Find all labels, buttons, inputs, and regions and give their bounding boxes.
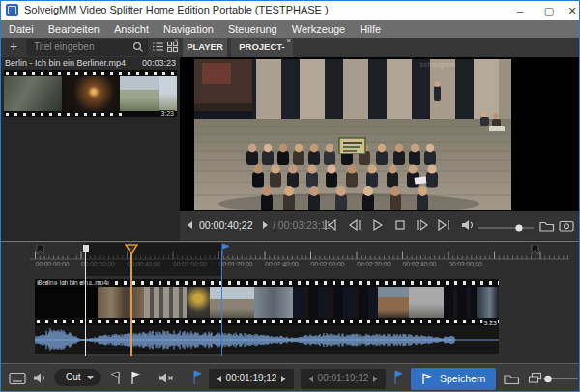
section-divider: [1, 241, 579, 242]
strip-frame: [409, 287, 444, 318]
trim-start-marker[interactable]: [36, 245, 45, 255]
zoom-windows-icon[interactable]: [528, 372, 542, 384]
selection-start-handle[interactable]: [82, 245, 90, 253]
search-input[interactable]: [32, 40, 129, 54]
total-time-label: / 00:03:23;11: [273, 219, 332, 231]
step-back-icon[interactable]: [348, 219, 362, 231]
ruler-label: 00:02:20;00: [357, 261, 391, 267]
app-window: SolveigMM Video Splitter Home Edition Po…: [0, 0, 580, 392]
thumb-frame: [120, 76, 159, 111]
list-view-icon[interactable]: [152, 41, 164, 53]
selection-shade: [85, 243, 221, 276]
tab-project[interactable]: PROJECT-1.SSP ×: [231, 38, 293, 57]
save-button[interactable]: Speichern: [411, 368, 496, 390]
speaker-muted-icon[interactable]: [159, 372, 174, 384]
player-control-bar: 00:00:40;22 / 00:03:23;11: [180, 211, 580, 240]
folder-icon[interactable]: [539, 219, 555, 232]
thumb-frame: [159, 76, 177, 111]
app-logo-icon: [6, 4, 18, 16]
speaker-icon[interactable]: [461, 219, 476, 231]
audio-waveform[interactable]: [35, 325, 499, 354]
next-arrow-icon[interactable]: [372, 376, 378, 382]
ruler-label: 00:02:00;00: [311, 261, 345, 267]
library-filmstrip-thumbnail[interactable]: 3:23: [4, 70, 177, 117]
columns: [252, 59, 511, 121]
selection-end-flag[interactable]: [221, 243, 231, 256]
video-frame-image: [194, 59, 511, 210]
step-forward-icon[interactable]: [416, 219, 429, 231]
trim-end-marker[interactable]: [531, 245, 540, 255]
sign: [339, 138, 365, 154]
stop-icon[interactable]: [394, 219, 406, 231]
video-preview[interactable]: solveigmm: [180, 57, 580, 211]
set-left-marker-icon[interactable]: [109, 371, 121, 385]
menu-bearbeiten[interactable]: Bearbeiten: [48, 23, 100, 35]
mode-dropdown-value: Cut: [66, 372, 81, 382]
thumb-frame: [4, 76, 62, 111]
jump-end-icon[interactable]: [437, 219, 450, 231]
strip-frame: [144, 287, 187, 318]
play-icon[interactable]: [372, 219, 384, 231]
add-file-button[interactable]: +: [5, 38, 22, 57]
next-arrow-icon[interactable]: [280, 376, 286, 382]
save-button-label: Speichern: [440, 373, 485, 384]
clip-label: Berlin - Ich bin ein....mp4: [36, 279, 109, 286]
watermark-text: solveigmm: [420, 61, 456, 68]
ruler-label: 00:01:40;00: [265, 261, 299, 267]
snapshot-icon[interactable]: [559, 219, 574, 232]
strip-frame: [187, 287, 210, 318]
timeline-zoom-slider[interactable]: [543, 375, 578, 383]
strip-frame: [98, 287, 144, 318]
panel-close-icon[interactable]: ×: [174, 36, 179, 44]
ruler-label: 00:02:40;00: [403, 261, 437, 267]
menu-navigation[interactable]: Navigation: [163, 23, 214, 35]
chevron-down-icon: [87, 376, 94, 380]
library-file-row[interactable]: Berlin - Ich bin ein Berliner.mp4 00:03:…: [1, 57, 180, 70]
maximize-icon[interactable]: ▢: [538, 1, 560, 20]
menu-ansicht[interactable]: Ansicht: [114, 23, 149, 35]
timeline-section[interactable]: 00:00:00;0000:00:20;0000:00:40;0000:01:0…: [1, 243, 580, 363]
menu-steuerung[interactable]: Steuerung: [228, 23, 277, 35]
timeline-filmstrip[interactable]: Berlin - Ich bin ein....mp4 3:23: [35, 279, 499, 325]
current-time-field[interactable]: 00:00:40;22: [199, 219, 252, 231]
output-folder-icon[interactable]: [504, 372, 520, 385]
bottom-control-bar: Cut 00:01:19;12 00:01:19;12: [1, 363, 580, 392]
close-icon[interactable]: ✕: [562, 1, 580, 20]
tab-close-icon[interactable]: ×: [286, 37, 291, 44]
monitor-icon[interactable]: [9, 372, 27, 385]
next-arrow-icon[interactable]: [261, 221, 269, 229]
selection-end-line[interactable]: [221, 251, 222, 356]
speaker-on-icon[interactable]: [33, 372, 47, 384]
filmstrip-sprockets: [35, 318, 499, 325]
jump-start-icon[interactable]: [324, 219, 337, 231]
ruler-label: 00:01:20;00: [219, 261, 253, 267]
fragment-start-flag-icon[interactable]: [192, 370, 202, 385]
menu-werkzeuge[interactable]: Werkzeuge: [292, 23, 345, 35]
strip-frame: [254, 287, 293, 318]
set-right-marker-icon[interactable]: [130, 371, 142, 385]
volume-slider[interactable]: [478, 224, 534, 232]
library-file-name: Berlin - Ich bin ein Berliner.mp4: [5, 58, 126, 68]
strip-frame: [35, 287, 98, 318]
filmstrip-sprockets: [4, 111, 125, 117]
library-file-duration: 00:03:23: [142, 58, 176, 68]
ruler-label: 00:03:00;00: [449, 261, 482, 267]
menu-datei[interactable]: Datei: [9, 23, 34, 35]
tab-player[interactable]: PLAYER: [183, 38, 227, 57]
playhead-handle[interactable]: [125, 244, 138, 255]
window-title: SolveigMM Video Splitter Home Edition Po…: [24, 4, 329, 15]
fragment-end-flag-icon[interactable]: [393, 370, 403, 385]
fragment-start-time-field[interactable]: 00:01:19;12: [209, 369, 294, 389]
fragment-end-time-field[interactable]: 00:01:19;12: [301, 369, 386, 389]
prev-arrow-icon[interactable]: [187, 221, 194, 229]
media-library-panel: Berlin - Ich bin ein Berliner.mp4 00:03:…: [1, 57, 180, 242]
clip-end-time: 3:23: [482, 320, 498, 326]
strip-frame: [210, 287, 254, 318]
menu-hilfe[interactable]: Hilfe: [360, 23, 381, 35]
playhead-line[interactable]: [130, 252, 132, 356]
search-icon: [132, 42, 144, 53]
ruler-label: 00:00:00;00: [36, 261, 70, 267]
mode-dropdown[interactable]: Cut: [54, 369, 101, 386]
selection-start-line[interactable]: [85, 246, 86, 356]
minimize-icon[interactable]: –: [509, 1, 531, 20]
